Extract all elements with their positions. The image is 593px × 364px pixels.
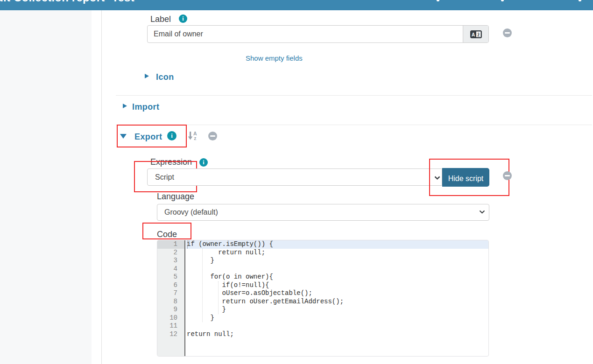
svg-text:z̄: z̄	[477, 32, 480, 37]
svg-text:A: A	[472, 32, 475, 37]
svg-text:z: z	[194, 135, 196, 140]
